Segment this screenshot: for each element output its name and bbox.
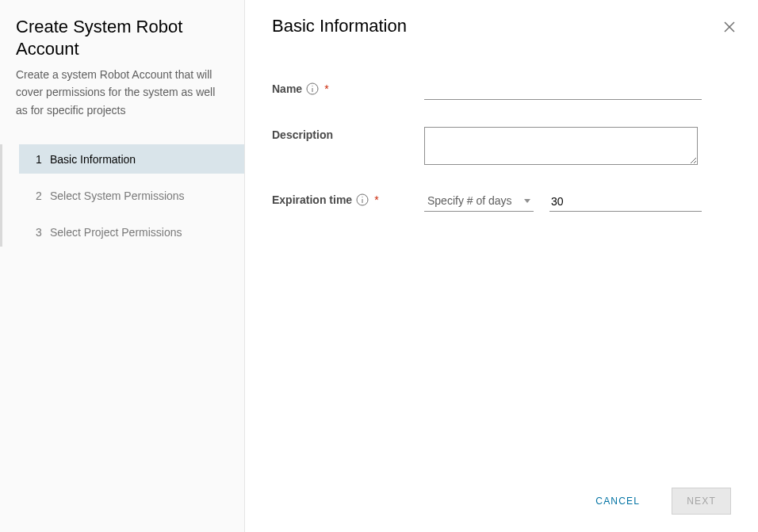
svg-point-4 — [312, 86, 313, 86]
description-label: Description — [272, 127, 424, 141]
wizard-description: Create a system Robot Account that will … — [16, 66, 228, 119]
close-icon[interactable] — [723, 21, 739, 36]
required-indicator: * — [374, 193, 378, 206]
cancel-button[interactable]: CANCEL — [581, 488, 654, 514]
wizard-steps: 1 Basic Information 2 Select System Perm… — [0, 144, 244, 247]
expiration-mode-select[interactable]: Specify # of days — [424, 192, 534, 212]
required-indicator: * — [324, 82, 328, 95]
info-icon[interactable] — [356, 193, 369, 206]
wizard-title: Create System Robot Account — [16, 16, 228, 59]
page-title: Basic Information — [272, 16, 731, 36]
step-label: Basic Information — [50, 153, 136, 166]
name-label: Name * — [272, 81, 424, 95]
svg-point-7 — [362, 197, 363, 197]
expiration-days-input[interactable] — [549, 192, 702, 212]
step-number: 2 — [36, 189, 50, 202]
step-number: 1 — [36, 153, 50, 166]
info-icon[interactable] — [306, 82, 319, 95]
step-label: Select System Permissions — [50, 189, 185, 202]
wizard-sidebar: Create System Robot Account Create a sys… — [0, 0, 245, 532]
step-project-permissions[interactable]: 3 Select Project Permissions — [21, 217, 244, 247]
name-input[interactable] — [424, 81, 702, 100]
step-system-permissions[interactable]: 2 Select System Permissions — [21, 181, 244, 210]
step-basic-information[interactable]: 1 Basic Information — [21, 144, 244, 174]
step-number: 3 — [36, 226, 50, 239]
description-textarea[interactable] — [424, 127, 698, 165]
wizard-main: Basic Information Name * — [245, 0, 758, 532]
step-label: Select Project Permissions — [50, 226, 182, 239]
next-button[interactable]: NEXT — [672, 488, 731, 515]
expiration-label: Expiration time * — [272, 192, 424, 206]
